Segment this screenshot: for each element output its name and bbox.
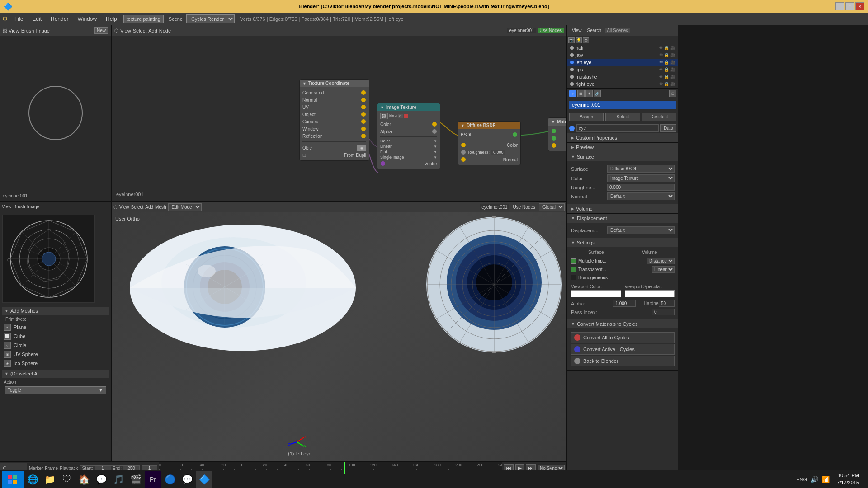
material-sphere-icon[interactable]: ○ bbox=[569, 90, 576, 97]
obje-icon[interactable]: ◉ bbox=[357, 145, 366, 151]
audio-icon[interactable]: 🎵 bbox=[110, 471, 127, 488]
lamp-icon[interactable]: 💡 bbox=[576, 37, 582, 43]
media-icon[interactable]: 🎬 bbox=[127, 471, 144, 488]
multiple-imp-checkbox[interactable] bbox=[571, 258, 576, 264]
select-button[interactable]: Select bbox=[605, 113, 640, 121]
constraint-icon[interactable]: 🔗 bbox=[594, 90, 601, 97]
vp-mesh-btn[interactable]: Mesh bbox=[155, 205, 166, 210]
security-icon[interactable]: 🛡 bbox=[59, 471, 75, 488]
img-close-icon[interactable] bbox=[404, 114, 408, 118]
diffuse-bsdf-node[interactable]: ▼ Diffuse BSDF BSDF bbox=[458, 121, 521, 165]
explorer-icon[interactable]: 📁 bbox=[42, 471, 58, 488]
image-menu[interactable]: Image bbox=[36, 28, 50, 33]
brush-btn-mesh[interactable]: Brush bbox=[14, 204, 25, 209]
vp-view-btn[interactable]: View bbox=[119, 205, 129, 210]
close-button[interactable]: ✕ bbox=[855, 2, 864, 10]
menu-file[interactable]: File bbox=[10, 14, 28, 24]
viewport-color-swatch[interactable] bbox=[571, 290, 621, 297]
displacem-select[interactable]: Default bbox=[607, 226, 675, 234]
primitive-plane[interactable]: ▪ Plane bbox=[2, 323, 109, 332]
displacement-header[interactable]: ▼ Displacement bbox=[567, 214, 678, 223]
new-button[interactable]: New bbox=[94, 27, 108, 34]
transparent-select[interactable]: Linear bbox=[652, 266, 675, 273]
pass-index-input[interactable] bbox=[652, 309, 675, 315]
vp-add-btn[interactable]: Add bbox=[145, 205, 153, 210]
minimize-button[interactable]: — bbox=[835, 2, 844, 10]
node-add-btn[interactable]: Add bbox=[148, 28, 157, 33]
use-nodes-checkbox[interactable]: Use Nodes bbox=[538, 28, 564, 33]
vp-select-btn[interactable]: Select bbox=[131, 205, 144, 210]
custom-properties-header[interactable]: ▶ Custom Properties bbox=[567, 133, 678, 142]
color-select[interactable]: Image Texture bbox=[607, 174, 675, 182]
mode-select[interactable]: Edit Mode bbox=[168, 203, 202, 211]
view-menu[interactable]: View bbox=[9, 28, 19, 33]
convert-all-button[interactable]: Convert All to Cycles bbox=[571, 332, 675, 343]
eye-input[interactable]: eye bbox=[576, 124, 659, 132]
premiere-icon[interactable]: Pr bbox=[145, 471, 161, 488]
alpha-input[interactable] bbox=[613, 300, 636, 307]
surface-type-select[interactable]: Diffuse BSDF bbox=[607, 165, 675, 173]
scene-allscenes-tab[interactable]: All Scenes bbox=[605, 28, 630, 33]
workspace-selector[interactable]: texture painting bbox=[123, 15, 164, 23]
menu-help[interactable]: Help bbox=[101, 14, 122, 24]
particle-icon[interactable]: ✦ bbox=[585, 90, 593, 97]
render-engine-select[interactable]: Cycles Render bbox=[186, 14, 235, 23]
texture-coord-node[interactable]: ▼ Texture Coordinate Generated Normal bbox=[299, 79, 369, 161]
preview-header[interactable]: ▶ Preview bbox=[567, 143, 678, 152]
chrome-icon[interactable]: 🔵 bbox=[162, 471, 178, 488]
volume-header[interactable]: ▶ Volume bbox=[567, 204, 678, 213]
scene-item-jaw[interactable]: jaw 👁 🔒 🎥 bbox=[567, 52, 678, 59]
transparent-checkbox[interactable] bbox=[571, 267, 576, 272]
settings-header[interactable]: ▼ Settings bbox=[567, 238, 678, 247]
viewport-specular-swatch[interactable] bbox=[625, 290, 675, 297]
image-icon-btn[interactable]: 🖼 bbox=[380, 113, 388, 119]
multiple-imp-select[interactable]: Distance bbox=[647, 258, 675, 264]
global-select[interactable]: Global bbox=[539, 203, 565, 211]
menu-window[interactable]: Window bbox=[73, 14, 101, 24]
add-meshes-header[interactable]: ▼ Add Meshes bbox=[2, 307, 109, 315]
maximize-button[interactable]: □ bbox=[845, 2, 854, 10]
material-panel-icon[interactable]: ▦ bbox=[577, 90, 585, 97]
material-name-input[interactable] bbox=[569, 101, 676, 109]
homogeneous-checkbox[interactable] bbox=[571, 275, 576, 280]
back-to-blender-button[interactable]: Back to Blender bbox=[571, 356, 675, 366]
node-node-btn[interactable]: Node bbox=[159, 28, 171, 33]
roughness-input[interactable] bbox=[607, 184, 675, 191]
toggle-dropdown[interactable]: Toggle ▼ bbox=[5, 386, 106, 394]
convert-header[interactable]: ▼ Convert Materials to Cycles bbox=[567, 319, 678, 328]
blender-taskbar-icon[interactable]: 🔷 bbox=[196, 471, 212, 488]
chat-icon[interactable]: 💬 bbox=[93, 471, 109, 488]
image-btn-mesh[interactable]: Image bbox=[27, 204, 40, 209]
scene-item-mustashe[interactable]: mustashe 👁 🔒 🎥 bbox=[567, 73, 678, 80]
refresh-icon[interactable]: ↺ bbox=[398, 114, 403, 118]
deselect-button[interactable]: Deselect bbox=[642, 113, 676, 121]
scene-view-tab[interactable]: View bbox=[570, 28, 584, 33]
roughness-value[interactable]: 0.000 bbox=[491, 150, 505, 155]
primitive-circle[interactable]: ○ Circle bbox=[2, 341, 109, 350]
home-icon[interactable]: 🏠 bbox=[76, 471, 92, 488]
camera-icon[interactable]: 📷 bbox=[568, 37, 575, 43]
skype-icon[interactable]: 💬 bbox=[179, 471, 195, 488]
node-select-btn[interactable]: Select bbox=[133, 28, 147, 33]
scene-item-hair[interactable]: hair 👁 🔒 🎥 bbox=[567, 44, 678, 52]
surface-header[interactable]: ▼ Surface bbox=[567, 152, 678, 161]
hardness-input[interactable] bbox=[659, 300, 675, 307]
primitive-cube[interactable]: ⬜ Cube bbox=[2, 332, 109, 341]
network-icon[interactable]: 📶 bbox=[822, 476, 830, 483]
volume-icon[interactable]: 🔊 bbox=[811, 476, 818, 483]
scene-search-tab[interactable]: Search bbox=[585, 28, 604, 33]
start-button[interactable] bbox=[2, 471, 24, 488]
menu-render[interactable]: Render bbox=[46, 14, 73, 24]
node-view-btn[interactable]: View bbox=[120, 28, 131, 33]
view-btn-mesh[interactable]: View bbox=[2, 204, 12, 209]
menu-edit[interactable]: Edit bbox=[28, 14, 46, 24]
scene-item-righteye[interactable]: right eye 👁 🔒 🎥 bbox=[567, 80, 678, 88]
filter-icon[interactable]: ⚙ bbox=[583, 37, 589, 43]
primitive-icosphere[interactable]: ◈ Ico Sphere bbox=[2, 359, 109, 368]
image-texture-node[interactable]: ▼ Image Texture 🖼 iris 4 ↺ bbox=[377, 103, 440, 169]
deselect-header[interactable]: ▼ (De)select All bbox=[2, 370, 109, 378]
scene-item-lefteye[interactable]: left eye 👁 🔒 🎥 bbox=[567, 59, 678, 66]
normal-select[interactable]: Default bbox=[607, 192, 675, 200]
scene-item-lips[interactable]: lips 👁 🔒 🎥 bbox=[567, 66, 678, 73]
primitive-uvsphere[interactable]: ◉ UV Sphere bbox=[2, 350, 109, 359]
